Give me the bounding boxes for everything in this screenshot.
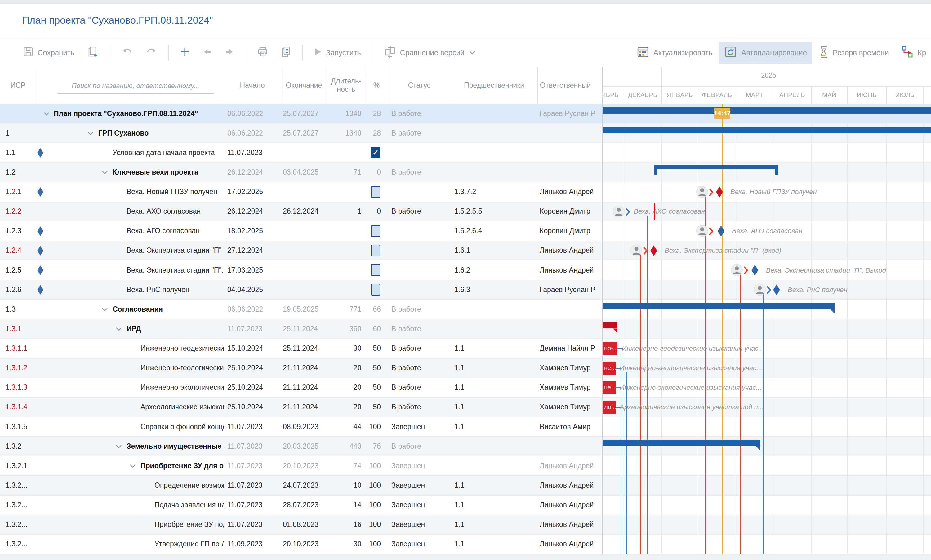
- start-date-cell: 04.04.2025: [227, 280, 279, 299]
- redo-button[interactable]: [140, 43, 162, 62]
- milestone-checkbox[interactable]: [371, 264, 380, 276]
- responsible-cell: Линьков Андрей: [540, 495, 602, 515]
- toolbar-divider: [302, 45, 303, 61]
- duplicate-button[interactable]: [276, 42, 296, 63]
- wbs-cell: 1.3.2.1: [6, 456, 35, 475]
- end-date-cell: [283, 143, 326, 162]
- toolbar-divider: [110, 45, 110, 61]
- current-time-marker[interactable]: 14:47: [714, 108, 730, 119]
- tree-expand-chevron-icon[interactable]: [115, 327, 122, 332]
- time-reserve-button[interactable]: Резерв времени: [814, 42, 894, 64]
- percent-cell: 50: [366, 378, 381, 397]
- duration-cell: [329, 280, 361, 299]
- milestone-checkbox[interactable]: ✓: [371, 147, 380, 158]
- indent-button[interactable]: [220, 44, 239, 62]
- autoplan-button[interactable]: Автопланирование: [719, 42, 812, 64]
- milestone-checkbox[interactable]: [371, 245, 380, 257]
- gantt-milestone-label: Веха. РнС получен: [788, 280, 848, 300]
- column-header-predecessors[interactable]: Предшественники: [451, 67, 537, 103]
- gantt-month-band: НОЯБРЬДЕКАБРЬЯНВАРЬФЕВРАЛЬМАРТАПРЕЛЬМАЙИ…: [603, 86, 931, 103]
- duration-cell: 16: [329, 515, 361, 534]
- tree-expand-chevron-icon[interactable]: [129, 464, 136, 469]
- wbs-cell: 1.3.2...: [6, 515, 35, 534]
- tree-expand-chevron-icon[interactable]: [87, 131, 94, 137]
- end-date-cell: 21.11.2024: [283, 358, 326, 378]
- search-input[interactable]: [57, 79, 214, 94]
- print-button[interactable]: [252, 43, 273, 63]
- dependency-arrow-icon: [709, 188, 714, 197]
- critical-path-button[interactable]: Кр: [896, 42, 931, 64]
- tree-expand-chevron-icon[interactable]: [102, 307, 108, 313]
- end-date-cell: [283, 241, 326, 260]
- gantt-summary-bar[interactable]: [603, 322, 617, 328]
- duration-cell: 44: [329, 417, 361, 436]
- gantt-task-bar[interactable]: не...: [603, 381, 616, 394]
- gantt-task-bar[interactable]: но-...: [603, 342, 617, 355]
- save-button[interactable]: Сохранить: [18, 43, 79, 63]
- percent-cell: 100: [366, 417, 381, 436]
- status-cell: [391, 280, 449, 299]
- wbs-cell: 1.2: [6, 163, 35, 182]
- start-date-cell: 15.10.2024: [227, 339, 279, 358]
- task-name-cell: Инженерно-геодезические изы...: [140, 339, 224, 358]
- milestone-checkbox[interactable]: [371, 284, 380, 295]
- column-header-duration[interactable]: Длитель- ность: [327, 67, 365, 103]
- gantt-summary-bar[interactable]: [603, 440, 760, 446]
- gantt-task-bar[interactable]: ло...: [603, 401, 616, 414]
- actualize-button[interactable]: Актуализировать: [631, 42, 717, 64]
- horizontal-scrollbar-area[interactable]: [0, 554, 931, 560]
- gantt-summary-bar[interactable]: [603, 127, 931, 133]
- gantt-milestone-diamond[interactable]: [718, 226, 725, 237]
- task-name-cell: Веха. Экспертиза стадии "П" (вход): [126, 241, 224, 260]
- milestone-diamond-icon: [37, 187, 43, 197]
- status-cell: В работе: [391, 319, 449, 338]
- gantt-phase-bracket[interactable]: [654, 165, 779, 169]
- gantt-month-label: ИЮЛЬ: [886, 86, 923, 103]
- task-name-cell: Условная дата начала проекта: [112, 143, 224, 162]
- end-date-cell: 01.08.2023: [283, 515, 326, 534]
- predecessors-cell: 1.3.7.2: [454, 182, 533, 202]
- tree-expand-chevron-icon[interactable]: [102, 170, 108, 176]
- undo-button[interactable]: [116, 43, 138, 62]
- gantt-milestone-marker[interactable]: [654, 203, 655, 220]
- status-cell: В работе: [391, 378, 449, 397]
- column-header-end[interactable]: Окончание: [281, 67, 327, 103]
- task-name-cell: Определение возможности в...: [154, 475, 224, 495]
- column-header-percent[interactable]: %: [365, 67, 388, 103]
- hourglass-icon: [819, 45, 829, 60]
- gantt-task-bar[interactable]: не...: [603, 362, 616, 375]
- column-header-responsible[interactable]: Ответственный: [537, 67, 605, 103]
- gantt-month-label: АПРЕЛЬ: [773, 86, 812, 103]
- milestone-checkbox[interactable]: [371, 225, 380, 237]
- start-date-cell: 11.07.2023: [227, 515, 279, 534]
- duration-cell: [329, 260, 361, 280]
- milestone-diamond-icon: [37, 246, 43, 255]
- column-header-status[interactable]: Статус: [388, 67, 451, 103]
- start-date-cell: 11.07.2023: [227, 475, 279, 495]
- compare-versions-button[interactable]: Сравнение версий: [379, 42, 481, 63]
- duration-cell: [329, 222, 361, 241]
- gantt-summary-bar[interactable]: [603, 303, 834, 309]
- copy-add-button[interactable]: [82, 42, 103, 63]
- gantt-milestone-diamond[interactable]: [751, 265, 758, 275]
- column-header-start[interactable]: Начало: [224, 67, 281, 103]
- start-date-cell: 18.02.2025: [227, 222, 279, 241]
- gantt-milestone-diamond[interactable]: [773, 285, 780, 295]
- wbs-cell: [6, 104, 35, 123]
- gantt-connector-line: [616, 407, 621, 408]
- predecessors-cell: [454, 300, 533, 319]
- gantt-milestone-diamond[interactable]: [650, 245, 657, 256]
- column-header-wbs[interactable]: ИСР: [0, 67, 36, 103]
- add-task-button[interactable]: [175, 43, 195, 62]
- table-gantt-divider[interactable]: [602, 67, 603, 554]
- tree-expand-chevron-icon[interactable]: [43, 112, 50, 117]
- milestone-checkbox[interactable]: [371, 186, 380, 198]
- tree-expand-chevron-icon[interactable]: [115, 445, 122, 450]
- end-date-cell: 25.07.2027: [283, 123, 326, 143]
- outdent-button[interactable]: [197, 44, 217, 62]
- run-button[interactable]: Запустить: [309, 44, 366, 62]
- gantt-summary-bar[interactable]: [603, 107, 931, 114]
- milestone-diamond-icon: [37, 285, 43, 295]
- gantt-milestone-diamond[interactable]: [716, 187, 723, 197]
- copy-add-icon: [87, 46, 98, 60]
